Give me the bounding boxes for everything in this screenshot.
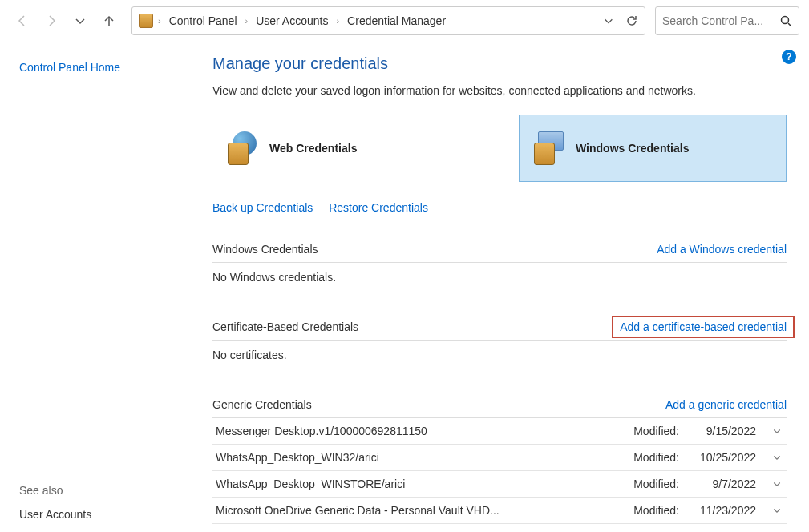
svg-point-0 bbox=[782, 17, 789, 24]
arrow-left-icon bbox=[16, 14, 29, 27]
page-description: View and delete your saved logon informa… bbox=[212, 84, 787, 97]
credential-name: WhatsApp_Desktop_WIN32/arici bbox=[216, 451, 379, 464]
credential-row[interactable]: Messenger Desktop.v1/100000692811150Modi… bbox=[212, 418, 787, 445]
section-title: Generic Credentials bbox=[212, 398, 312, 411]
credential-type-tabs: Web Credentials Windows Credentials bbox=[212, 115, 787, 182]
search-input[interactable] bbox=[662, 14, 775, 27]
modified-label: Modified: bbox=[633, 504, 679, 517]
arrow-up-icon bbox=[103, 14, 115, 27]
restore-credentials-link[interactable]: Restore Credentials bbox=[329, 201, 428, 214]
tab-label: Web Credentials bbox=[269, 142, 357, 155]
sidebar-home-link[interactable]: Control Panel Home bbox=[19, 61, 193, 74]
chevron-down-icon[interactable] bbox=[771, 453, 783, 462]
chevron-down-icon[interactable] bbox=[603, 15, 614, 26]
page-title: Manage your credentials bbox=[212, 54, 787, 73]
tab-windows-credentials[interactable]: Windows Credentials bbox=[519, 115, 787, 182]
nav-recent-button[interactable] bbox=[67, 8, 93, 34]
add-windows-credential-link[interactable]: Add a Windows credential bbox=[657, 243, 787, 256]
section-title: Certificate-Based Credentials bbox=[212, 320, 358, 333]
highlight-annotation: Add a certificate-based credential bbox=[612, 316, 795, 338]
nav-up-button[interactable] bbox=[96, 8, 122, 34]
chevron-down-icon[interactable] bbox=[771, 506, 783, 515]
address-bar[interactable]: › Control Panel › User Accounts › Creden… bbox=[131, 6, 645, 35]
add-generic-credential-link[interactable]: Add a generic credential bbox=[665, 398, 787, 411]
modified-label: Modified: bbox=[633, 478, 679, 490]
nav-back-button[interactable] bbox=[10, 8, 35, 34]
modified-label: Modified: bbox=[633, 451, 679, 464]
modified-label: Modified: bbox=[633, 425, 679, 437]
refresh-icon[interactable] bbox=[625, 14, 638, 27]
modified-date: 11/23/2022 bbox=[694, 504, 756, 517]
credential-actions: Back up Credentials Restore Credentials bbox=[212, 201, 787, 214]
see-also-heading: See also bbox=[19, 484, 91, 497]
arrow-right-icon bbox=[45, 14, 58, 27]
chevron-right-icon: › bbox=[336, 16, 339, 26]
chevron-down-icon[interactable] bbox=[771, 479, 783, 489]
credential-name: Messenger Desktop.v1/100000692811150 bbox=[216, 425, 427, 437]
section-title: Windows Credentials bbox=[212, 243, 318, 256]
credential-row[interactable]: Microsoft OneDrive Generic Data - Person… bbox=[212, 498, 787, 524]
empty-message: No certificates. bbox=[212, 341, 787, 369]
credential-row[interactable]: WhatsApp_Desktop_WINSTORE/ariciModified:… bbox=[212, 471, 787, 498]
sidebar: Control Panel Home See also User Account… bbox=[0, 42, 212, 532]
sidebar-user-accounts-link[interactable]: User Accounts bbox=[19, 508, 91, 521]
modified-date: 10/25/2022 bbox=[694, 451, 756, 464]
search-box[interactable] bbox=[655, 6, 799, 35]
modified-date: 9/15/2022 bbox=[694, 425, 756, 437]
web-credentials-icon bbox=[228, 131, 261, 165]
chevron-down-icon bbox=[74, 14, 87, 27]
breadcrumb-current[interactable]: Credential Manager bbox=[344, 13, 449, 29]
breadcrumb-root[interactable]: Control Panel bbox=[166, 13, 241, 29]
backup-credentials-link[interactable]: Back up Credentials bbox=[212, 201, 313, 214]
tab-label: Windows Credentials bbox=[576, 142, 689, 155]
section-certificate-credentials: Certificate-Based Credentials Add a cert… bbox=[212, 314, 787, 369]
search-icon[interactable] bbox=[779, 14, 792, 27]
empty-message: No Windows credentials. bbox=[212, 263, 787, 292]
breadcrumb-accounts[interactable]: User Accounts bbox=[253, 13, 331, 29]
credential-row[interactable]: MicrosoftAccount:user=arici.alexandraMod… bbox=[212, 524, 787, 532]
section-windows-credentials: Windows Credentials Add a Windows creden… bbox=[212, 236, 787, 292]
main-content: Manage your credentials View and delete … bbox=[212, 42, 809, 532]
credential-name: Microsoft OneDrive Generic Data - Person… bbox=[216, 504, 500, 517]
nav-forward-button[interactable] bbox=[38, 8, 64, 34]
add-certificate-credential-link[interactable]: Add a certificate-based credential bbox=[620, 320, 787, 333]
chevron-right-icon: › bbox=[245, 16, 249, 26]
toolbar: › Control Panel › User Accounts › Creden… bbox=[0, 0, 809, 42]
modified-date: 9/7/2022 bbox=[694, 478, 756, 490]
credential-row[interactable]: WhatsApp_Desktop_WIN32/ariciModified:10/… bbox=[212, 445, 787, 471]
credential-name: WhatsApp_Desktop_WINSTORE/arici bbox=[216, 478, 405, 490]
tab-web-credentials[interactable]: Web Credentials bbox=[212, 115, 480, 182]
windows-credentials-icon bbox=[534, 131, 568, 165]
chevron-down-icon[interactable] bbox=[771, 426, 783, 436]
control-panel-icon bbox=[139, 14, 153, 28]
chevron-right-icon: › bbox=[158, 16, 161, 26]
section-generic-credentials: Generic Credentials Add a generic creden… bbox=[212, 392, 787, 532]
